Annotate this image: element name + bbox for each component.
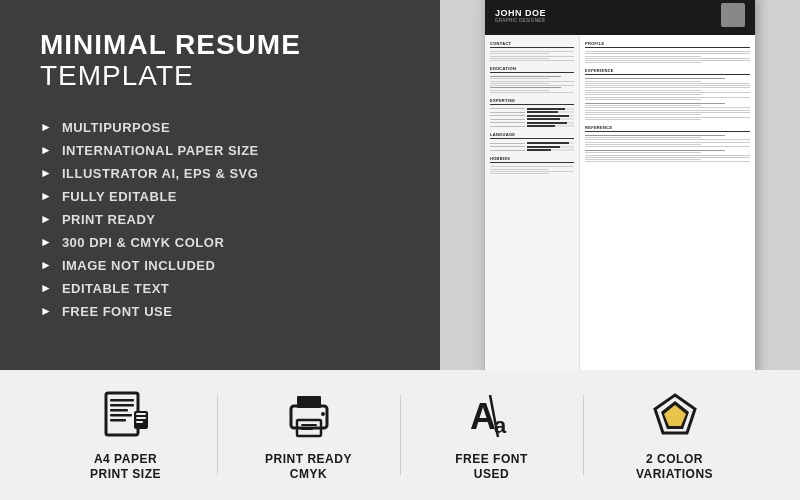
arrow-icon: ► (40, 235, 52, 249)
svg-rect-5 (110, 419, 126, 422)
color-icon-wrapper (647, 389, 702, 444)
skill-row (490, 146, 574, 148)
skill-fill (527, 115, 569, 117)
title-line1: MINIMAL RESUME (40, 30, 400, 61)
skill-label (490, 150, 525, 151)
line (585, 56, 701, 57)
line (490, 58, 549, 59)
feature-print-label1: PRINT READY (265, 452, 352, 468)
arrow-icon: ► (40, 304, 52, 318)
svg-rect-1 (110, 399, 134, 402)
divider (583, 395, 584, 475)
left-panel: MINIMAL RESUME TEMPLATE ► MULTIPURPOSE ►… (0, 0, 440, 370)
feature-text-editable: FULLY EDITABLE (62, 189, 177, 204)
line (585, 92, 750, 93)
education-section: EDUCATION (490, 66, 574, 73)
line (585, 114, 701, 115)
feature-paper-label2: PRINT SIZE (90, 467, 161, 481)
line (585, 137, 701, 138)
divider (400, 395, 401, 475)
feature-text-dpi: 300 DPI & CMYK COLOR (62, 235, 224, 250)
line (490, 92, 574, 93)
line (585, 78, 725, 79)
skill-label (490, 146, 525, 147)
line (585, 146, 750, 147)
page-container: MINIMAL RESUME TEMPLATE ► MULTIPURPOSE ►… (0, 0, 800, 500)
resume-right-col: PROFILE EXPERIENCE (580, 35, 755, 375)
line (585, 139, 750, 140)
skill-row (490, 115, 574, 117)
svg-rect-2 (110, 404, 134, 407)
skill-bar (527, 115, 574, 117)
line (585, 58, 750, 59)
line (585, 110, 750, 111)
line (490, 83, 549, 84)
skill-row (490, 118, 574, 120)
line (585, 99, 701, 100)
svg-rect-9 (136, 421, 143, 423)
line (585, 157, 750, 158)
divider (217, 395, 218, 475)
resume-header: JOHN DOE GRAPHIC DESIGNER (485, 0, 755, 35)
hobbies-section: HOBBIES (490, 156, 574, 163)
line (585, 97, 750, 98)
color-icon (649, 391, 701, 441)
line (490, 166, 574, 167)
svg-rect-7 (136, 413, 146, 415)
line (585, 105, 701, 106)
skill-label (490, 126, 525, 127)
resume-photo (721, 3, 745, 27)
line (585, 119, 701, 120)
feature-paper-labels: A4 PAPER PRINT SIZE (90, 452, 161, 482)
skill-fill (527, 111, 558, 113)
skill-label (490, 122, 525, 123)
skill-row (490, 111, 574, 113)
line (585, 142, 750, 143)
line (585, 150, 725, 151)
title-section: MINIMAL RESUME TEMPLATE (40, 30, 400, 92)
feature-item-editable: ► FULLY EDITABLE (40, 189, 400, 204)
line (490, 90, 549, 91)
line (585, 85, 750, 86)
document-icon (102, 391, 150, 441)
feature-color-labels: 2 COLOR VARIATIONS (636, 452, 713, 482)
skill-bar (527, 108, 574, 110)
feature-text-image: IMAGE NOT INCLUDED (62, 258, 215, 273)
document-icon-wrapper (98, 389, 153, 444)
skill-bar (527, 149, 574, 151)
line (490, 169, 549, 170)
svg-rect-3 (110, 409, 128, 412)
skill-row (490, 142, 574, 144)
skill-bar (527, 125, 574, 127)
skill-fill (527, 125, 555, 127)
feature-text-paper-size: INTERNATIONAL PAPER SIZE (62, 143, 259, 158)
resume-left-col: CONTACT EDUCATION (485, 35, 580, 375)
expertise-section: EXPERTISE (490, 98, 574, 105)
skill-row (490, 125, 574, 127)
arrow-icon: ► (40, 258, 52, 272)
feature-item-dpi: ► 300 DPI & CMYK COLOR (40, 235, 400, 250)
skill-row (490, 108, 574, 110)
skill-label (490, 112, 525, 113)
skill-label (490, 143, 525, 144)
line (490, 81, 574, 82)
skill-bar (527, 118, 574, 120)
line (490, 87, 561, 88)
features-list: ► MULTIPURPOSE ► INTERNATIONAL PAPER SIZ… (40, 120, 400, 319)
line (585, 159, 701, 160)
line (585, 94, 701, 95)
feature-font-labels: FREE FONT USED (455, 452, 528, 482)
feature-text-multipurpose: MULTIPURPOSE (62, 120, 170, 135)
resume-job-title: GRAPHIC DESIGNER (495, 18, 546, 23)
line (585, 117, 750, 118)
skill-bar (527, 142, 574, 144)
line (490, 76, 561, 77)
title-line2: TEMPLATE (40, 61, 400, 92)
feature-print: PRINT READY CMYK (229, 389, 389, 482)
line (585, 81, 701, 82)
feature-text-illustrator: ILLUSTRATOR AI, EPS & SVG (62, 166, 258, 181)
arrow-icon: ► (40, 281, 52, 295)
feature-color-label1: 2 COLOR (636, 452, 713, 468)
line (585, 107, 750, 108)
resume-preview: JOHN DOE GRAPHIC DESIGNER CONTACT EDUCAT… (485, 0, 755, 375)
